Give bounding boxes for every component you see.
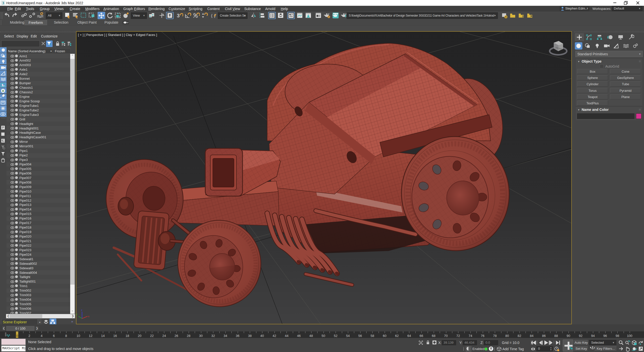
svg-text:3: 3	[2, 1, 4, 5]
svg-text:z: z	[81, 309, 82, 312]
svg-text:y: y	[76, 313, 77, 316]
svg-text:{: {	[211, 13, 213, 18]
svg-text:3: 3	[177, 13, 180, 18]
svg-text:x: x	[88, 315, 89, 318]
